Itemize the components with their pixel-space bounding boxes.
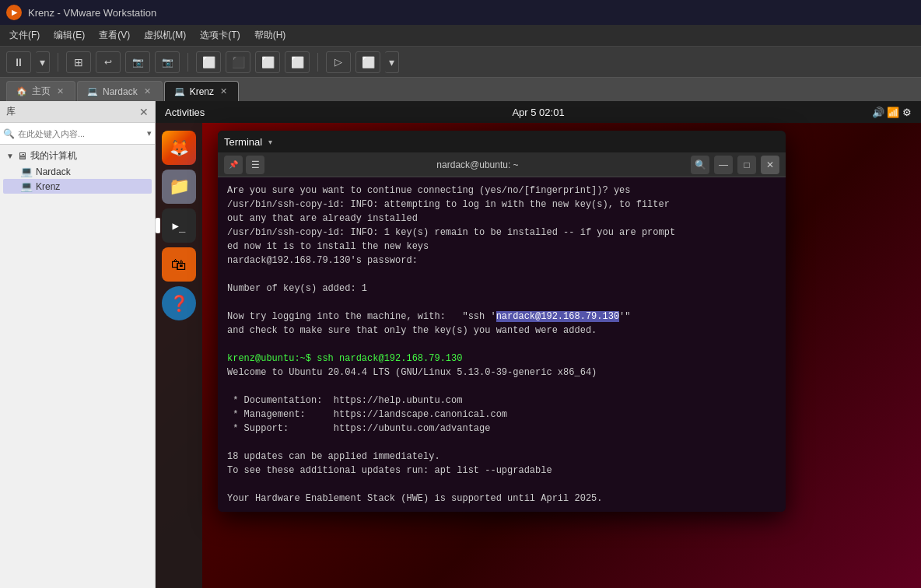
view-full-button[interactable]: ⬛ — [226, 51, 250, 73]
pause-button[interactable]: ⏸ — [6, 51, 31, 73]
title-bar: ▶ Krenz - VMware Workstation — [0, 0, 921, 25]
terminal-line-11: Welcome to Ubuntu 20.04.4 LTS (GNU/Linux… — [227, 366, 776, 380]
vm-screen: Activities Apr 5 02:01 🔊 📶 ⚙ 🦊 📁 ▶_ 🛍 — [156, 101, 921, 588]
krenz-tab-icon: 💻 — [174, 86, 185, 96]
terminal-line-4: /usr/bin/ssh-copy-id: INFO: 1 key(s) rem… — [227, 226, 776, 240]
menu-edit[interactable]: 编辑(E) — [47, 27, 91, 44]
search-input[interactable] — [18, 129, 147, 138]
display-button[interactable]: ⬜ — [355, 51, 380, 73]
my-computer-label: 我的计算机 — [30, 149, 77, 163]
menu-bar: 文件(F) 编辑(E) 查看(V) 虚拟机(M) 选项卡(T) 帮助(H) — [0, 25, 921, 47]
system-clock: Apr 5 02:01 — [512, 107, 564, 118]
terminal-line-16: To see these additional updates run: apt… — [227, 464, 776, 478]
active-indicator — [156, 218, 159, 233]
vm-nardack-icon: 💻 — [20, 166, 33, 177]
tab-krenz-close[interactable]: ✕ — [219, 86, 229, 96]
terminal-blank-5 — [227, 436, 776, 450]
terminal-search-button[interactable]: 🔍 — [691, 156, 709, 174]
sidebar-close-button[interactable]: ✕ — [139, 106, 149, 118]
dock-item-appstore[interactable]: 🛍 — [162, 247, 196, 282]
menu-help[interactable]: 帮助(H) — [248, 27, 292, 44]
search-dropdown-icon[interactable]: ▾ — [147, 128, 152, 138]
nardack-label: Nardack — [36, 166, 71, 177]
computer-icon: 🖥 — [17, 150, 27, 162]
help-icon: ❓ — [170, 294, 189, 313]
expand-arrow-icon: ▼ — [6, 152, 14, 160]
terminal-blank-3 — [227, 338, 776, 352]
toolbar-divider-1 — [58, 53, 58, 72]
terminal-close-button[interactable]: ✕ — [761, 156, 779, 174]
snapshot-button[interactable]: ↩ — [96, 51, 121, 73]
send-ctrl-alt-del-button[interactable]: ⊞ — [66, 51, 91, 73]
terminal-menu-label[interactable]: Terminal — [224, 136, 262, 148]
terminal-pin-button[interactable]: 📌 — [224, 156, 243, 174]
appstore-icon: 🛍 — [171, 256, 187, 274]
terminal-title-text: nardack@ubuntu: ~ — [436, 159, 518, 170]
terminal-blank-7 — [227, 506, 776, 512]
terminal-menu-button[interactable]: ☰ — [246, 156, 264, 174]
terminal-menu-arrow-icon: ▾ — [268, 138, 272, 146]
view-normal-button[interactable]: ⬜ — [196, 51, 221, 73]
terminal-line-8: Now try logging into the machine, with: … — [227, 310, 776, 324]
toolbar: ⏸ ▾ ⊞ ↩ 📷 📷 ⬜ ⬛ ⬜ ⬜ ▷ ⬜ ▾ — [0, 47, 921, 78]
dock-item-terminal[interactable]: ▶_ — [162, 208, 196, 243]
terminal-minimize-button[interactable]: — — [714, 156, 733, 174]
files-icon: 📁 — [169, 177, 190, 197]
app-title: Krenz - VMware Workstation — [28, 7, 156, 19]
terminal-line-7: Number of key(s) added: 1 — [227, 282, 776, 296]
terminal-window: Terminal ▾ 📌 ☰ nardack@ubuntu: ~ 🔍 — — [218, 131, 786, 512]
view-custom-button[interactable]: ⬜ — [285, 51, 310, 73]
tab-krenz[interactable]: 💻 Krenz ✕ — [164, 81, 239, 101]
terminal-titlebar: 📌 ☰ nardack@ubuntu: ~ 🔍 — □ ✕ — [218, 152, 786, 177]
tree-item-nardack[interactable]: 💻 Nardack — [3, 164, 152, 179]
tree-item-my-computer[interactable]: ▼ 🖥 我的计算机 — [3, 148, 152, 164]
tab-nardack[interactable]: 💻 Nardack ✕ — [77, 81, 163, 101]
menu-view[interactable]: 查看(V) — [93, 27, 136, 44]
snapshot-take-button[interactable]: 📷 — [155, 51, 180, 73]
highlighted-ssh-host: nardack@192.168.79.130 — [496, 311, 619, 322]
toolbar-divider-2 — [187, 53, 188, 72]
toolbar-divider-3 — [317, 53, 318, 72]
menu-file[interactable]: 文件(F) — [3, 27, 46, 44]
terminal-maximize-button[interactable]: □ — [737, 156, 756, 174]
nardack-tab-icon: 💻 — [87, 86, 98, 96]
main-layout: 库 ✕ 🔍 ▾ ▼ 🖥 我的计算机 💻 Nardack 💻 Krenz — [0, 101, 921, 588]
terminal-line-2: /usr/bin/ssh-copy-id: INFO: attempting t… — [227, 198, 776, 212]
terminal-line-9: and check to make sure that only the key… — [227, 324, 776, 338]
system-tray: 🔊 📶 ⚙ — [872, 107, 912, 118]
ubuntu-desktop: 🦊 📁 ▶_ 🛍 ❓ 🏠 — [156, 123, 921, 588]
terminal-dock-icon: ▶_ — [173, 219, 186, 232]
dock-item-help[interactable]: ❓ — [162, 286, 196, 320]
terminal-blank-1 — [227, 268, 776, 282]
terminal-line-17: Your Hardware Enablement Stack (HWE) is … — [227, 492, 776, 506]
dock-item-firefox[interactable]: 🦊 — [162, 131, 196, 165]
krenz-label: Krenz — [36, 181, 60, 192]
terminal-blank-4 — [227, 380, 776, 394]
terminal-line-13: * Management: https://landscape.canonica… — [227, 408, 776, 422]
tab-krenz-label: Krenz — [190, 86, 214, 97]
tab-home[interactable]: 🏠 主页 ✕ — [6, 81, 75, 101]
app-logo: ▶ — [6, 5, 22, 20]
terminal-line-14: * Support: https://ubuntu.com/advantage — [227, 422, 776, 436]
tree-item-krenz[interactable]: 💻 Krenz — [3, 179, 152, 194]
tab-home-close[interactable]: ✕ — [55, 86, 65, 96]
terminal-blank-6 — [227, 478, 776, 492]
terminal-content[interactable]: Are you sure you want to continue connec… — [218, 177, 786, 512]
snapshot-manager-button[interactable]: 📷 — [125, 51, 150, 73]
console-button[interactable]: ▷ — [326, 51, 351, 73]
activities-button[interactable]: Activities — [165, 107, 205, 118]
pause-dropdown-button[interactable]: ▾ — [36, 51, 50, 73]
terminal-line-3: out any that are already installed — [227, 212, 776, 226]
view-unity-button[interactable]: ⬜ — [255, 51, 280, 73]
ubuntu-topbar: Activities Apr 5 02:01 🔊 📶 ⚙ — [156, 101, 921, 123]
dock-item-files[interactable]: 📁 — [162, 170, 196, 204]
terminal-line-10: krenz@ubuntu:~$ ssh nardack@192.168.79.1… — [227, 352, 776, 366]
terminal-line-12: * Documentation: https://help.ubuntu.com — [227, 394, 776, 408]
tab-nardack-close[interactable]: ✕ — [142, 86, 152, 96]
menu-tab[interactable]: 选项卡(T) — [194, 27, 246, 44]
menu-vm[interactable]: 虚拟机(M) — [138, 27, 192, 44]
sidebar: 库 ✕ 🔍 ▾ ▼ 🖥 我的计算机 💻 Nardack 💻 Krenz — [0, 101, 156, 588]
display-dropdown-button[interactable]: ▾ — [385, 51, 399, 73]
terminal-window-controls: 🔍 — □ ✕ — [691, 156, 779, 174]
terminal-title-area: nardack@ubuntu: ~ — [264, 159, 691, 170]
